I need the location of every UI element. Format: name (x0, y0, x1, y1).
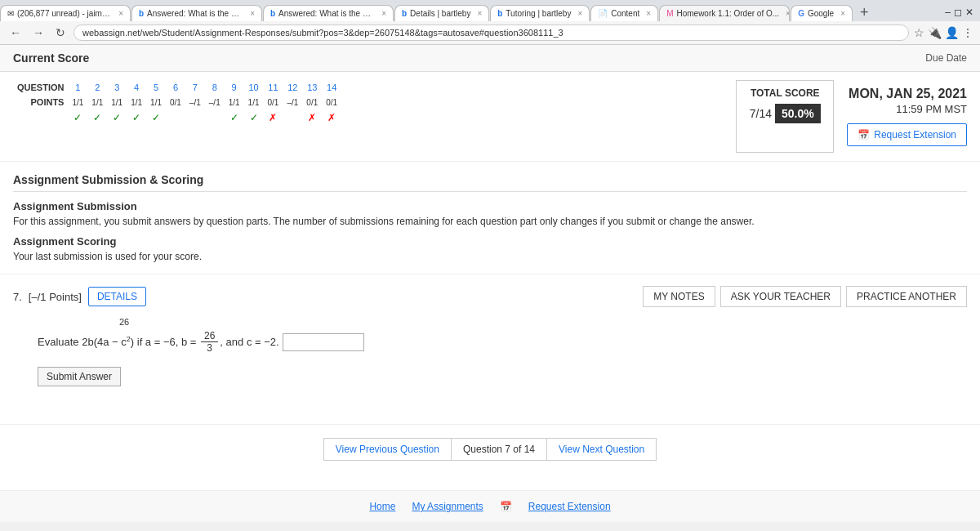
next-question-button[interactable]: View Next Question (546, 438, 657, 461)
status14: ✗ (322, 109, 341, 126)
due-date-label-header: Due Date (925, 52, 967, 64)
close-button[interactable]: ✕ (965, 7, 973, 18)
q12[interactable]: 12 (283, 80, 302, 95)
tab-email[interactable]: ✉ (206,877 unread) - jaimerr... × (0, 5, 131, 21)
tab-tutoring-label: Tutoring | bartleby (506, 9, 571, 18)
refresh-button[interactable]: ↻ (52, 25, 69, 41)
request-extension-button[interactable]: 📅 Request Extension (847, 123, 967, 146)
q6[interactable]: 6 (166, 80, 185, 95)
home-link[interactable]: Home (369, 501, 395, 512)
scoring-subtitle: Assignment Scoring (13, 235, 967, 248)
tab-email-label: (206,877 unread) - jaimerr... (17, 9, 112, 18)
total-score-box: TOTAL SCORE 7/14 50.0% (736, 80, 834, 153)
q8[interactable]: 8 (205, 80, 225, 95)
browser-chrome: ✉ (206,877 unread) - jaimerr... × b Answ… (0, 0, 980, 45)
new-tab-button[interactable]: + (853, 4, 875, 21)
q10[interactable]: 10 (244, 80, 264, 95)
status7 (185, 109, 205, 126)
q5[interactable]: 5 (146, 80, 166, 95)
q3[interactable]: 3 (107, 80, 127, 95)
pts11: 0/1 (264, 95, 283, 109)
ask-teacher-button[interactable]: ASK YOUR TEACHER (720, 286, 841, 307)
scoring-text: Your last submission is used for your sc… (13, 251, 967, 262)
tab-bartleby1-label: Answered: What is the ord... (147, 9, 243, 18)
pts8: –/1 (205, 95, 225, 109)
status13: ✗ (302, 109, 322, 126)
status6 (166, 109, 185, 126)
tab-details[interactable]: b Details | bartleby × (394, 5, 489, 21)
practice-another-button[interactable]: PRACTICE ANOTHER (846, 286, 967, 307)
email-tab-icon: ✉ (7, 9, 14, 18)
tab-homework[interactable]: M Homework 1.1: Order of O... × (659, 5, 790, 21)
prev-question-button[interactable]: View Previous Question (323, 438, 452, 461)
fraction-display: 26 3 (201, 330, 218, 354)
tab-content-close[interactable]: × (646, 9, 651, 18)
profile-icon[interactable]: 👤 (945, 26, 959, 39)
my-notes-button[interactable]: MY NOTES (643, 286, 715, 307)
pts14: 0/1 (322, 95, 341, 109)
assignment-section: Assignment Submission & Scoring Assignme… (0, 162, 980, 274)
pts1: 1/1 (68, 95, 87, 109)
my-assignments-link[interactable]: My Assignments (412, 501, 483, 512)
homework-tab-icon: M (666, 9, 673, 18)
score-table: QUESTION 1 2 3 4 5 6 7 8 9 10 11 12 13 (13, 80, 341, 126)
tab-details-close[interactable]: × (477, 9, 482, 18)
tab-b1-close[interactable]: × (250, 9, 255, 18)
tab-tutoring[interactable]: b Tutoring | bartleby × (490, 5, 590, 21)
current-score-title: Current Score (13, 51, 89, 65)
tab-bartleby2[interactable]: b Answered: What is the orc... × (263, 5, 394, 21)
tab-tutoring-close[interactable]: × (577, 9, 582, 18)
extension-icon[interactable]: 🔌 (928, 26, 942, 39)
forward-button[interactable]: → (29, 25, 47, 41)
nav-bar: ← → ↻ webassign.net/web/Student/Assignme… (0, 21, 980, 45)
q13[interactable]: 13 (302, 80, 322, 95)
q7[interactable]: 7 (185, 80, 205, 95)
tab-content-label: Content (611, 9, 639, 18)
current-score-bar: Current Score Due Date (0, 45, 980, 72)
details-button[interactable]: DETAILS (88, 287, 146, 306)
submit-answer-button[interactable]: Submit Answer (38, 367, 121, 386)
due-date-time: 11:59 PM MST (847, 103, 967, 115)
q14[interactable]: 14 (322, 80, 341, 95)
request-ext-label: Request Extension (874, 129, 956, 141)
total-score-label: TOTAL SCORE (746, 87, 823, 99)
fraction-denominator: 3 (203, 342, 216, 354)
tab-b2-close[interactable]: × (381, 9, 386, 18)
math-problem: 26 Evaluate 2b(4a − c2) if a = −6, b = 2… (38, 317, 967, 386)
q9[interactable]: 9 (225, 80, 244, 95)
q4[interactable]: 4 (127, 80, 146, 95)
score-due-row: QUESTION 1 2 3 4 5 6 7 8 9 10 11 12 13 (0, 72, 980, 162)
q11[interactable]: 11 (264, 80, 283, 95)
tab-details-label: Details | bartleby (410, 9, 470, 18)
tab-bartleby2-label: Answered: What is the orc... (278, 9, 375, 18)
pts12: –/1 (283, 95, 302, 109)
tab-google-close[interactable]: × (840, 9, 845, 18)
points-label: POINTS (13, 95, 68, 109)
footer-extension-link[interactable]: Request Extension (528, 501, 611, 512)
status4: ✓ (127, 109, 146, 126)
tab-bartleby1[interactable]: b Answered: What is the ord... × (131, 5, 262, 21)
menu-icon[interactable]: ⋮ (962, 26, 973, 39)
tab-google[interactable]: G Google × (791, 5, 853, 21)
status8 (205, 109, 225, 126)
problem-prefix: Evaluate 2b(4a − c2) if a = −6, b = (38, 335, 199, 348)
page-content: Current Score Due Date QUESTION 1 2 3 4 … (0, 45, 980, 522)
tab-content[interactable]: 📄 Content × (590, 5, 658, 21)
back-button[interactable]: ← (7, 25, 24, 41)
q1[interactable]: 1 (68, 80, 87, 95)
bookmark-icon[interactable]: ☆ (914, 26, 924, 39)
score-percent: 50.0% (775, 104, 821, 123)
google-tab-icon: G (798, 9, 804, 18)
due-date-section: MON, JAN 25, 2021 11:59 PM MST 📅 Request… (847, 80, 967, 153)
browser-nav-icons: ☆ 🔌 👤 ⋮ (914, 26, 973, 39)
minimize-button[interactable]: – (945, 7, 951, 18)
question-indicator: Question 7 of 14 (452, 438, 546, 461)
tab-email-close[interactable]: × (118, 9, 123, 18)
q2[interactable]: 2 (87, 80, 107, 95)
answer-input[interactable] (283, 333, 364, 351)
content-tab-icon: 📄 (598, 9, 608, 18)
address-bar[interactable]: webassign.net/web/Student/Assignment-Res… (74, 25, 909, 41)
tab-homework-close[interactable]: × (786, 9, 790, 18)
pts9: 1/1 (225, 95, 244, 109)
maximize-button[interactable]: ◻ (954, 7, 962, 18)
